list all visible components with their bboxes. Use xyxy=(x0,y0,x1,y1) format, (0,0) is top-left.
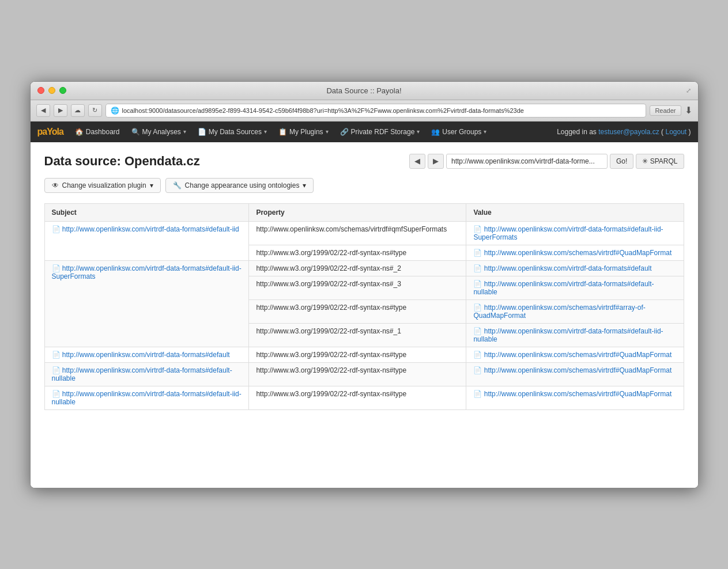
subject-doc-icon: 📄 xyxy=(52,225,61,233)
viz-dropdown-arrow: ▾ xyxy=(150,181,153,189)
nav-datasources-label: My Data Sources xyxy=(209,128,262,136)
download-icon[interactable]: ⬇ xyxy=(685,105,692,116)
logo-text2: la xyxy=(56,127,63,136)
subject-header: Subject xyxy=(44,203,249,221)
subject-doc-icon: 📄 xyxy=(52,264,61,272)
plugins-dropdown-arrow: ▾ xyxy=(326,128,329,135)
table-row: 📄 http://www.openlinksw.com/virtrdf-data… xyxy=(44,347,684,362)
appearance-label: Change appearance using ontologies xyxy=(185,181,300,189)
user-email-link[interactable]: testuser@payola.cz xyxy=(598,128,659,136)
nav-plugins-label: My Plugins xyxy=(289,128,323,136)
nav-user-groups[interactable]: 👥 User Groups ▾ xyxy=(427,126,491,138)
value-cell: 📄 http://www.openlinksw.com/virtrdf-data… xyxy=(466,260,684,276)
groups-dropdown-arrow: ▾ xyxy=(484,128,486,135)
value-doc-icon: 📄 xyxy=(473,280,482,288)
logged-in-text: Logged in as xyxy=(557,128,598,136)
subject-doc-icon: 📄 xyxy=(52,390,61,398)
wrench-icon: 🔧 xyxy=(173,181,182,189)
value-link[interactable]: http://www.openlinksw.com/schemas/virtrd… xyxy=(484,249,672,257)
nav-dashboard-label: Dashboard xyxy=(86,128,120,136)
value-cell: 📄 http://www.openlinksw.com/virtrdf-data… xyxy=(466,221,684,245)
next-uri-button[interactable]: ▶ xyxy=(428,154,444,169)
resize-icon: ⤢ xyxy=(686,87,691,94)
subject-doc-icon: 📄 xyxy=(52,351,61,359)
table-row: 📄 http://www.openlinksw.com/virtrdf-data… xyxy=(44,221,684,245)
property-cell: http://www.w3.org/1999/02/22-rdf-syntax-… xyxy=(249,362,466,386)
value-doc-icon: 📄 xyxy=(473,264,482,272)
go-button[interactable]: Go! xyxy=(610,154,633,169)
window-title: Data Source :: Payola! xyxy=(326,86,401,95)
table-row: 📄 http://www.openlinksw.com/virtrdf-data… xyxy=(44,362,684,386)
subject-link[interactable]: http://www.openlinksw.com/virtrdf-data-f… xyxy=(62,225,239,233)
appearance-button[interactable]: 🔧 Change appearance using ontologies ▾ xyxy=(165,178,314,193)
back-button[interactable]: ◀ xyxy=(36,104,50,117)
nav-groups-label: User Groups xyxy=(442,128,481,136)
table-row: 📄 http://www.openlinksw.com/virtrdf-data… xyxy=(44,386,684,409)
property-cell: http://www.w3.org/1999/02/22-rdf-syntax-… xyxy=(249,347,466,362)
navbar: paYola 🏠 Dashboard 🔍 My Analyses ▾ 📄 My … xyxy=(31,122,698,142)
property-cell: http://www.w3.org/1999/02/22-rdf-syntax-… xyxy=(249,386,466,409)
value-cell: 📄 http://www.openlinksw.com/schemas/virt… xyxy=(466,299,684,323)
nav-plugins[interactable]: 📋 My Plugins ▾ xyxy=(274,126,333,138)
reader-button[interactable]: Reader xyxy=(650,105,681,116)
data-table: Subject Property Value 📄 http://www.open… xyxy=(44,203,684,410)
subject-link[interactable]: http://www.openlinksw.com/virtrdf-data-f… xyxy=(62,351,230,359)
address-input[interactable] xyxy=(122,107,642,114)
browser-window: Data Source :: Payola! ⤢ ◀ ▶ ☁ ↻ 🌐 Reade… xyxy=(30,81,699,488)
value-link[interactable]: http://www.openlinksw.com/virtrdf-data-f… xyxy=(473,225,663,241)
close-button[interactable] xyxy=(37,87,44,94)
value-doc-icon: 📄 xyxy=(473,390,482,398)
globe-icon: 🌐 xyxy=(111,107,119,115)
maximize-button[interactable] xyxy=(59,87,66,94)
nav-dashboard[interactable]: 🏠 Dashboard xyxy=(70,126,125,138)
user-info: Logged in as testuser@payola.cz ( Logout… xyxy=(557,128,691,136)
value-link[interactable]: http://www.openlinksw.com/schemas/virtrd… xyxy=(484,366,672,374)
logo-text: pa xyxy=(37,127,47,136)
property-cell: http://www.w3.org/1999/02/22-rdf-syntax-… xyxy=(249,323,466,347)
value-link[interactable]: http://www.openlinksw.com/virtrdf-data-f… xyxy=(473,280,654,296)
subject-doc-icon: 📄 xyxy=(52,366,61,374)
nav-datasources[interactable]: 📄 My Data Sources ▾ xyxy=(193,126,271,138)
value-link[interactable]: http://www.openlinksw.com/schemas/virtrd… xyxy=(484,390,672,398)
logo-highlight: Yo xyxy=(47,127,56,136)
titlebar: Data Source :: Payola! ⤢ xyxy=(31,82,698,100)
property-cell: http://www.openlinksw.com/schemas/virtrd… xyxy=(249,221,466,245)
nav-analyses-label: My Analyses xyxy=(142,128,181,136)
plugins-icon: 📋 xyxy=(278,128,287,136)
subject-cell: 📄 http://www.openlinksw.com/virtrdf-data… xyxy=(44,386,249,409)
refresh-button[interactable]: ↻ xyxy=(88,104,102,117)
logout-link[interactable]: Logout xyxy=(665,128,686,136)
forward-button[interactable]: ▶ xyxy=(54,104,67,117)
property-cell: http://www.w3.org/1999/02/22-rdf-syntax-… xyxy=(249,299,466,323)
appearance-dropdown-arrow: ▾ xyxy=(303,181,306,189)
minimize-button[interactable] xyxy=(48,87,55,94)
property-header: Property xyxy=(249,203,466,221)
subject-link[interactable]: http://www.openlinksw.com/virtrdf-data-f… xyxy=(52,366,232,382)
nav-rdf-storage[interactable]: 🔗 Private RDF Storage ▾ xyxy=(335,126,425,138)
nav-analyses[interactable]: 🔍 My Analyses ▾ xyxy=(127,126,191,138)
value-doc-icon: 📄 xyxy=(473,225,482,233)
subject-link[interactable]: http://www.openlinksw.com/virtrdf-data-f… xyxy=(52,390,242,406)
page-title: Data source: Opendata.cz xyxy=(44,154,200,169)
viz-plugin-button[interactable]: 👁 Change visualization plugin ▾ xyxy=(44,178,161,193)
value-doc-icon: 📄 xyxy=(473,327,482,335)
cloud-button[interactable]: ☁ xyxy=(71,104,85,117)
sparql-button[interactable]: ✳ SPARQL xyxy=(636,154,684,169)
value-link[interactable]: http://www.openlinksw.com/virtrdf-data-f… xyxy=(473,327,663,343)
subject-cell: 📄 http://www.openlinksw.com/virtrdf-data… xyxy=(44,260,249,347)
value-link[interactable]: http://www.openlinksw.com/schemas/virtrd… xyxy=(484,351,672,359)
value-link[interactable]: http://www.openlinksw.com/schemas/virtrd… xyxy=(473,304,645,320)
value-link[interactable]: http://www.openlinksw.com/virtrdf-data-f… xyxy=(484,264,652,272)
dashboard-icon: 🏠 xyxy=(75,128,84,136)
subject-cell: 📄 http://www.openlinksw.com/virtrdf-data… xyxy=(44,347,249,362)
value-doc-icon: 📄 xyxy=(473,351,482,359)
logo[interactable]: paYola xyxy=(37,127,63,137)
subject-link[interactable]: http://www.openlinksw.com/virtrdf-data-f… xyxy=(52,264,242,280)
uri-input[interactable] xyxy=(446,154,608,169)
window-controls xyxy=(37,87,66,94)
value-cell: 📄 http://www.openlinksw.com/schemas/virt… xyxy=(466,245,684,260)
value-doc-icon: 📄 xyxy=(473,304,482,312)
prev-uri-button[interactable]: ◀ xyxy=(409,154,425,169)
logout-paren-open: ( xyxy=(661,128,663,136)
analyses-dropdown-arrow: ▾ xyxy=(183,128,186,135)
